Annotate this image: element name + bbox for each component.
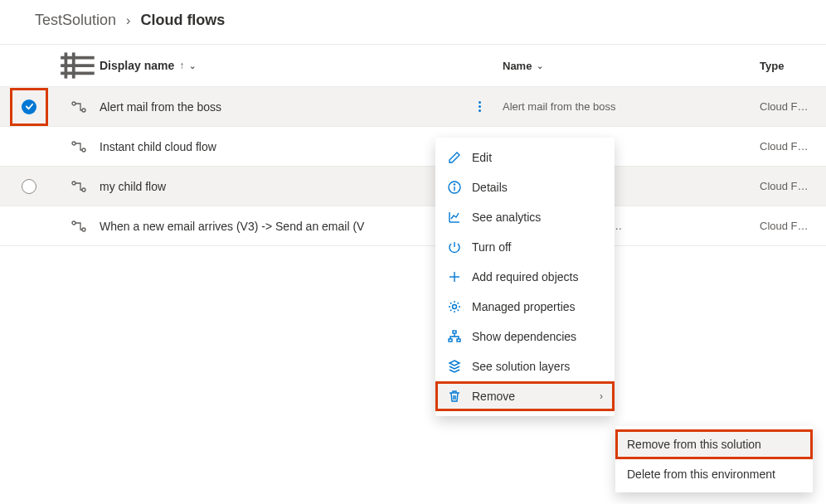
- table-row[interactable]: my child flow Cloud F…: [0, 167, 826, 206]
- submenu-item-remove-from-solution[interactable]: Remove from this solution: [615, 429, 813, 459]
- column-header-type[interactable]: Type: [760, 60, 826, 72]
- submenu-item-delete-from-environment[interactable]: Delete from this environment: [615, 459, 813, 489]
- column-header-name[interactable]: Name ⌄: [503, 60, 760, 72]
- table-row[interactable]: Alert mail from the boss Alert mail from…: [0, 87, 826, 127]
- row-type: Cloud F…: [760, 220, 826, 232]
- chevron-right-icon: ›: [600, 390, 603, 402]
- menu-item-turn-off[interactable]: Turn off: [435, 232, 615, 262]
- menu-label: Turn off: [472, 240, 511, 254]
- menu-label: Managed properties: [472, 300, 576, 313]
- column-label: Type: [760, 60, 784, 72]
- checkmark-icon: [22, 99, 36, 114]
- chevron-down-icon: ⌄: [189, 61, 196, 70]
- flow-icon: [58, 99, 100, 115]
- menu-label: Show dependencies: [472, 330, 576, 343]
- remove-submenu: Remove from this solution Delete from th…: [615, 426, 813, 492]
- flows-table: Display name ↑ ⌄ Name ⌄ Type: [0, 44, 826, 246]
- svg-point-9: [72, 182, 75, 185]
- gear-icon: [447, 299, 462, 314]
- svg-point-18: [453, 305, 457, 309]
- chevron-right-icon: ›: [126, 13, 130, 28]
- svg-point-12: [82, 228, 85, 231]
- row-display-name[interactable]: Instant child cloud flow: [100, 140, 457, 153]
- info-icon: [447, 180, 462, 195]
- breadcrumb-current: Cloud flows: [140, 12, 225, 29]
- context-menu: Edit Details See analytics Turn off Add …: [435, 138, 615, 416]
- flow-icon: [58, 218, 100, 235]
- menu-label: Add required objects: [472, 270, 578, 284]
- svg-rect-19: [453, 331, 456, 333]
- menu-item-analytics[interactable]: See analytics: [435, 202, 615, 232]
- chevron-down-icon: ⌄: [537, 61, 543, 70]
- svg-point-6: [82, 109, 85, 112]
- row-checkbox[interactable]: [0, 179, 58, 194]
- menu-label: Remove: [472, 390, 515, 403]
- row-type: Cloud F…: [760, 180, 826, 192]
- menu-label: Delete from this environment: [627, 468, 775, 481]
- sort-ascending-icon: ↑: [179, 60, 184, 71]
- menu-item-details[interactable]: Details: [435, 172, 615, 202]
- more-vertical-icon: [479, 101, 481, 112]
- column-customize[interactable]: [58, 45, 100, 86]
- row-name: Alert mail from the boss: [503, 100, 760, 113]
- row-display-name[interactable]: When a new email arrives (V3) -> Send an…: [100, 220, 457, 233]
- menu-label: Details: [472, 181, 508, 194]
- row-checkbox[interactable]: [0, 88, 58, 126]
- row-type: Cloud F…: [760, 100, 826, 113]
- svg-rect-21: [457, 339, 460, 342]
- row-display-name[interactable]: Alert mail from the boss: [100, 100, 457, 114]
- analytics-icon: [447, 210, 462, 225]
- svg-point-15: [454, 184, 454, 185]
- row-more-actions-button[interactable]: [469, 95, 492, 119]
- menu-item-edit[interactable]: Edit: [435, 143, 615, 172]
- menu-label: Remove from this solution: [627, 438, 761, 451]
- column-label: Display name: [100, 59, 174, 72]
- table-header: Display name ↑ ⌄ Name ⌄ Type: [0, 44, 826, 87]
- breadcrumb-parent[interactable]: TestSolution: [35, 12, 116, 29]
- flow-icon: [58, 138, 100, 155]
- svg-point-8: [82, 148, 85, 152]
- svg-point-5: [72, 102, 75, 105]
- edit-icon: [447, 150, 462, 165]
- menu-item-solution-layers[interactable]: See solution layers: [435, 351, 615, 381]
- svg-point-10: [82, 188, 85, 191]
- layers-icon: [447, 359, 462, 374]
- plus-icon: [447, 269, 462, 284]
- power-icon: [447, 240, 462, 254]
- row-type: Cloud F…: [760, 140, 826, 153]
- svg-point-11: [72, 221, 75, 225]
- menu-label: See analytics: [472, 211, 541, 224]
- breadcrumb: TestSolution › Cloud flows: [0, 0, 826, 44]
- checkbox-empty-icon: [22, 179, 36, 194]
- menu-label: See solution layers: [472, 360, 570, 373]
- table-row[interactable]: When a new email arrives (V3) -> Send an…: [0, 206, 826, 246]
- row-display-name[interactable]: my child flow: [100, 180, 457, 193]
- dependencies-icon: [447, 329, 462, 344]
- trash-icon: [447, 389, 462, 404]
- column-label: Name: [503, 60, 532, 72]
- table-row[interactable]: Instant child cloud flow Cloud F…: [0, 127, 826, 167]
- menu-item-remove[interactable]: Remove ›: [435, 381, 615, 411]
- menu-label: Edit: [472, 151, 492, 164]
- flow-icon: [58, 178, 100, 195]
- menu-item-dependencies[interactable]: Show dependencies: [435, 322, 615, 351]
- menu-item-add-objects[interactable]: Add required objects: [435, 262, 615, 292]
- svg-rect-20: [449, 339, 452, 342]
- svg-point-7: [72, 142, 75, 145]
- menu-item-managed-properties[interactable]: Managed properties: [435, 292, 615, 322]
- column-header-display-name[interactable]: Display name ↑ ⌄: [100, 59, 457, 72]
